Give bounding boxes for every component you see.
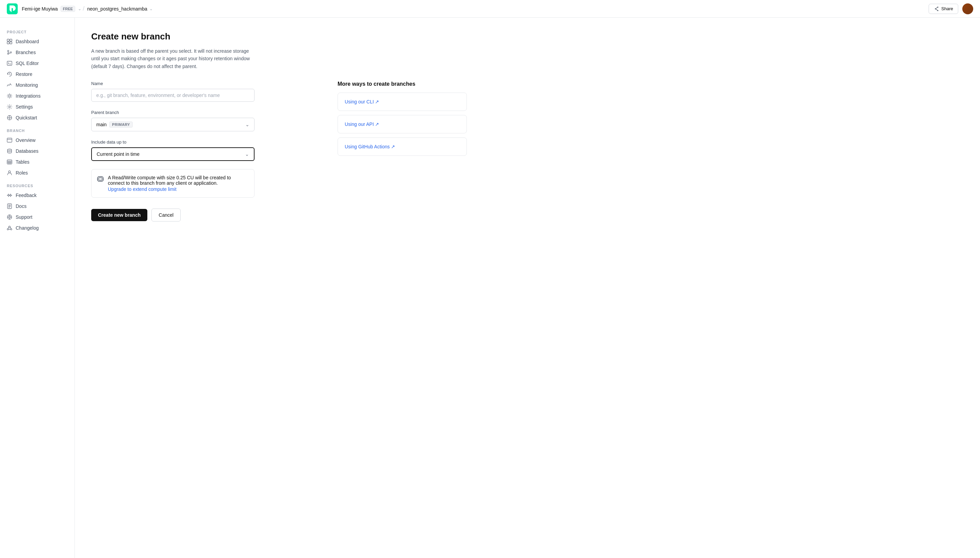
svg-rect-9 bbox=[7, 42, 9, 44]
svg-rect-18 bbox=[7, 138, 12, 142]
roles-label: Roles bbox=[16, 170, 28, 176]
svg-rect-7 bbox=[7, 39, 9, 41]
branches-icon bbox=[7, 50, 12, 55]
project-selector[interactable]: neon_postgres_hackmamba ⌄ bbox=[87, 6, 153, 11]
svg-rect-14 bbox=[7, 61, 12, 65]
svg-line-6 bbox=[936, 9, 937, 10]
project-chevron-icon: ⌄ bbox=[149, 7, 153, 11]
feedback-icon bbox=[7, 192, 12, 198]
sidebar-item-integrations[interactable]: Integrations bbox=[0, 90, 74, 102]
sidebar-item-changelog[interactable]: Changelog bbox=[0, 223, 74, 233]
svg-line-5 bbox=[936, 7, 937, 8]
parent-branch-field-group: Parent branch main PRIMARY ⌄ bbox=[91, 110, 254, 131]
support-label: Support bbox=[16, 214, 32, 220]
more-ways-cli-card[interactable]: Using our CLI ↗ bbox=[338, 92, 467, 111]
compute-info-text: A Read/Write compute with size 0.25 CU w… bbox=[108, 175, 249, 192]
create-branch-button[interactable]: Create new branch bbox=[91, 209, 147, 221]
api-link: Using our API ↗ bbox=[345, 121, 460, 127]
sidebar-item-monitoring[interactable]: Monitoring bbox=[0, 80, 74, 90]
sidebar-item-quickstart[interactable]: Quickstart bbox=[0, 112, 74, 123]
parent-branch-name: main bbox=[96, 122, 107, 127]
svg-point-19 bbox=[8, 149, 11, 150]
restore-label: Restore bbox=[16, 71, 32, 77]
page-title: Create new branch bbox=[91, 31, 467, 42]
svg-rect-1 bbox=[11, 8, 13, 11]
sidebar-item-support[interactable]: Support bbox=[0, 212, 74, 223]
databases-icon bbox=[7, 148, 12, 154]
topnav-right: Share bbox=[929, 3, 973, 14]
sql-editor-label: SQL Editor bbox=[16, 61, 39, 66]
svg-point-21 bbox=[8, 171, 11, 173]
avatar[interactable] bbox=[962, 3, 973, 14]
parent-branch-value: main PRIMARY bbox=[96, 121, 133, 128]
resources-section-label: RESOURCES bbox=[0, 178, 74, 190]
quickstart-icon bbox=[7, 115, 12, 120]
sidebar-item-restore[interactable]: Restore bbox=[0, 69, 74, 80]
share-button[interactable]: Share bbox=[929, 4, 958, 14]
layout: PROJECT Dashboard Branches bbox=[0, 0, 980, 558]
data-select-field-group: Include data up to Current point in time… bbox=[91, 140, 254, 161]
branch-name-input[interactable] bbox=[91, 89, 254, 102]
changelog-icon bbox=[7, 225, 12, 231]
neon-logo bbox=[7, 3, 18, 14]
sidebar-item-tables[interactable]: Tables bbox=[0, 156, 74, 167]
compute-info-box: A Read/Write compute with size 0.25 CU w… bbox=[91, 169, 254, 198]
create-branch-form: Name Parent branch main PRIMARY ⌄ bbox=[91, 81, 254, 222]
project-name: neon_postgres_hackmamba bbox=[87, 6, 147, 11]
cli-link-text: Using our CLI ↗ bbox=[345, 99, 379, 105]
data-select-chevron-icon: ⌄ bbox=[245, 151, 249, 157]
branch-section-label: BRANCH bbox=[0, 123, 74, 135]
cancel-button[interactable]: Cancel bbox=[151, 208, 181, 222]
restore-icon bbox=[7, 71, 12, 77]
more-ways-github-card[interactable]: Using GitHub Actions ↗ bbox=[338, 138, 467, 156]
sidebar-item-feedback[interactable]: Feedback bbox=[0, 190, 74, 201]
databases-label: Databases bbox=[16, 148, 38, 154]
svg-rect-31 bbox=[98, 178, 102, 180]
sidebar-item-docs[interactable]: Docs bbox=[0, 201, 74, 212]
svg-point-16 bbox=[9, 106, 11, 108]
sidebar-item-dashboard[interactable]: Dashboard bbox=[0, 36, 74, 47]
svg-point-13 bbox=[10, 52, 11, 53]
svg-point-28 bbox=[7, 229, 8, 230]
settings-label: Settings bbox=[16, 104, 33, 110]
sidebar-item-databases[interactable]: Databases bbox=[0, 146, 74, 156]
name-field-group: Name bbox=[91, 81, 254, 102]
branches-label: Branches bbox=[16, 50, 36, 55]
svg-point-26 bbox=[9, 217, 11, 218]
sidebar-item-settings[interactable]: Settings bbox=[0, 102, 74, 112]
user-selector[interactable]: Femi-ige Muyiwa FREE ⌄ bbox=[22, 6, 81, 12]
content-grid: Name Parent branch main PRIMARY ⌄ bbox=[91, 81, 467, 222]
parent-branch-select[interactable]: main PRIMARY ⌄ bbox=[91, 118, 254, 131]
data-select-value: Current point in time bbox=[97, 151, 140, 157]
share-label: Share bbox=[941, 6, 953, 11]
main-content: Create new branch A new branch is based … bbox=[75, 18, 483, 558]
svg-rect-20 bbox=[7, 160, 12, 164]
sidebar-item-branches[interactable]: Branches bbox=[0, 47, 74, 58]
more-ways-title: More ways to create branches bbox=[338, 81, 467, 87]
sidebar: PROJECT Dashboard Branches bbox=[0, 18, 75, 558]
docs-label: Docs bbox=[16, 204, 26, 209]
more-ways-panel: More ways to create branches Using our C… bbox=[338, 81, 467, 160]
api-link-text: Using our API ↗ bbox=[345, 121, 379, 127]
sidebar-item-sql-editor[interactable]: SQL Editor bbox=[0, 58, 74, 69]
page-description: A new branch is based off the parent you… bbox=[91, 47, 254, 70]
upgrade-link[interactable]: Upgrade to extend compute limit bbox=[108, 187, 249, 192]
integrations-label: Integrations bbox=[16, 93, 41, 98]
docs-icon bbox=[7, 204, 12, 209]
data-include-select[interactable]: Current point in time ⌄ bbox=[91, 147, 254, 161]
more-ways-api-card[interactable]: Using our API ↗ bbox=[338, 115, 467, 133]
sidebar-item-overview[interactable]: Overview bbox=[0, 135, 74, 146]
feedback-label: Feedback bbox=[16, 192, 36, 198]
github-link-text: Using GitHub Actions ↗ bbox=[345, 144, 395, 149]
sidebar-item-roles[interactable]: Roles bbox=[0, 167, 74, 178]
nav-separator: / bbox=[83, 5, 84, 12]
parent-branch-label: Parent branch bbox=[91, 110, 254, 115]
monitoring-icon bbox=[7, 82, 12, 88]
svg-rect-10 bbox=[10, 42, 12, 44]
quickstart-label: Quickstart bbox=[16, 115, 37, 120]
primary-badge: PRIMARY bbox=[109, 121, 133, 128]
dashboard-icon bbox=[7, 39, 12, 44]
parent-branch-chevron-icon: ⌄ bbox=[245, 122, 250, 127]
share-icon bbox=[934, 6, 939, 11]
dashboard-label: Dashboard bbox=[16, 39, 39, 44]
